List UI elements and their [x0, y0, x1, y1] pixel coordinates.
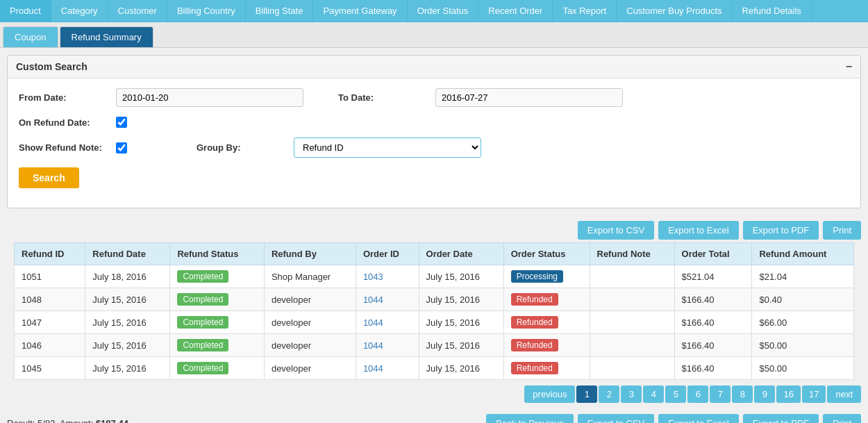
cell-refund-id: 1048	[15, 288, 85, 311]
group-by-select[interactable]: Refund ID Order ID Customer Date	[294, 138, 481, 158]
tab-order-status[interactable]: Order Status	[408, 0, 479, 22]
bottom-row: Result: 5/83, Amount: $187.44 Back to Pr…	[0, 408, 868, 423]
col-order-date: Order Date	[419, 243, 503, 265]
page-17-button[interactable]: 17	[802, 385, 826, 403]
cell-refund-date: July 15, 2016	[85, 288, 170, 311]
cell-order-status: Processing	[503, 265, 590, 288]
to-date-input[interactable]	[435, 88, 623, 107]
top-export-pdf-button[interactable]: Export to PDF	[743, 221, 819, 240]
from-date-input[interactable]	[116, 88, 303, 107]
top-export-csv-button[interactable]: Export to CSV	[578, 221, 654, 240]
col-refund-by: Refund By	[264, 243, 356, 265]
cell-order-date: July 15, 2016	[419, 265, 503, 288]
prev-page-button[interactable]: previous	[524, 385, 575, 403]
page-5-button[interactable]: 5	[665, 385, 686, 403]
search-button-row: Search	[19, 167, 849, 188]
page-1-button[interactable]: 1	[576, 385, 597, 403]
search-panel: Custom Search − From Date: To Date: On R…	[7, 55, 861, 208]
cell-refund-by: developer	[264, 311, 356, 334]
refund-table: Refund ID Refund Date Refund Status Refu…	[14, 242, 854, 380]
cell-order-status: Refunded	[503, 334, 590, 357]
cell-order-id: 1044	[356, 357, 419, 380]
cell-refund-status: Completed	[170, 265, 265, 288]
cell-refund-id: 1051	[15, 265, 85, 288]
top-export-excel-button[interactable]: Export to Excel	[658, 221, 738, 240]
cell-refund-status: Completed	[170, 288, 265, 311]
result-label: Result: 5/83, Amount:	[7, 418, 96, 423]
cell-refund-by: developer	[264, 288, 356, 311]
bottom-export-csv-button[interactable]: Export to CSV	[578, 414, 654, 423]
tab-recent-order[interactable]: Recent Order	[478, 0, 553, 22]
col-refund-date: Refund Date	[85, 243, 170, 265]
cell-order-total: $166.40	[674, 334, 752, 357]
order-id-link[interactable]: 1044	[363, 317, 383, 328]
from-date-label: From Date:	[19, 92, 102, 103]
col-order-total: Order Total	[674, 243, 752, 265]
to-date-label: To Date:	[338, 92, 422, 103]
bottom-buttons: Back to Previous Export to CSV Export to…	[486, 414, 861, 423]
pagination-row: previous 1 2 3 4 5 6 7 8 9 16 17 next	[0, 380, 868, 408]
tab-customer-buy-products[interactable]: Customer Buy Products	[617, 0, 732, 22]
page-7-button[interactable]: 7	[710, 385, 731, 403]
bottom-export-pdf-button[interactable]: Export to PDF	[743, 414, 819, 423]
cell-refund-amount: $0.40	[752, 288, 854, 311]
on-refund-date-checkbox[interactable]	[116, 117, 127, 128]
tab-customer[interactable]: Customer	[108, 0, 167, 22]
tab-payment-gateway[interactable]: Payment Gateway	[313, 0, 407, 22]
cell-order-date: July 15, 2016	[419, 334, 503, 357]
tab-category[interactable]: Category	[51, 0, 108, 22]
cell-refund-id: 1047	[15, 311, 85, 334]
cell-refund-id: 1046	[15, 334, 85, 357]
show-refund-note-label: Show Refund Note:	[19, 142, 102, 153]
tab-coupon[interactable]: Coupon	[3, 26, 58, 47]
search-button[interactable]: Search	[19, 167, 79, 188]
page-8-button[interactable]: 8	[732, 385, 753, 403]
cell-order-total: $166.40	[674, 357, 752, 380]
tab-refund-details[interactable]: Refund Details	[733, 0, 812, 22]
order-id-link[interactable]: 1044	[363, 363, 383, 374]
col-refund-status: Refund Status	[170, 243, 265, 265]
tab-product[interactable]: Product	[0, 0, 51, 22]
search-panel-title: Custom Search	[16, 61, 87, 72]
page-6-button[interactable]: 6	[687, 385, 708, 403]
cell-refund-by: developer	[264, 357, 356, 380]
tab-tax-report[interactable]: Tax Report	[553, 0, 617, 22]
group-by-label: Group By:	[197, 142, 280, 153]
page-9-button[interactable]: 9	[754, 385, 775, 403]
cell-refund-id: 1045	[15, 357, 85, 380]
collapse-button[interactable]: −	[846, 61, 852, 72]
cell-order-total: $521.04	[674, 265, 752, 288]
col-refund-amount: Refund Amount	[752, 243, 854, 265]
cell-refund-status: Completed	[170, 357, 265, 380]
page-16-button[interactable]: 16	[776, 385, 800, 403]
page-2-button[interactable]: 2	[599, 385, 619, 403]
top-print-button[interactable]: Print	[823, 221, 861, 240]
page-3-button[interactable]: 3	[621, 385, 642, 403]
order-id-link[interactable]: 1043	[363, 272, 383, 282]
back-to-previous-button[interactable]: Back to Previous	[486, 414, 574, 423]
search-panel-body: From Date: To Date: On Refund Date: Show…	[8, 78, 860, 208]
cell-order-status: Refunded	[503, 357, 590, 380]
cell-refund-date: July 18, 2016	[85, 265, 170, 288]
bottom-export-excel-button[interactable]: Export to Excel	[658, 414, 738, 423]
cell-order-date: July 15, 2016	[419, 311, 503, 334]
bottom-print-button[interactable]: Print	[823, 414, 861, 423]
show-refund-note-checkbox[interactable]	[116, 142, 127, 154]
cell-order-date: July 15, 2016	[419, 357, 503, 380]
cell-refund-status: Completed	[170, 311, 265, 334]
table-row: 1051 July 18, 2016 Completed Shop Manage…	[15, 265, 854, 288]
order-id-link[interactable]: 1044	[363, 295, 383, 305]
table-body: 1051 July 18, 2016 Completed Shop Manage…	[15, 265, 854, 380]
next-page-button[interactable]: next	[827, 385, 861, 403]
tab-refund-summary[interactable]: Refund Summary	[60, 26, 153, 47]
page-4-button[interactable]: 4	[643, 385, 664, 403]
cell-order-id: 1044	[356, 311, 419, 334]
order-id-link[interactable]: 1044	[363, 340, 383, 351]
show-refund-note-row: Show Refund Note: Group By: Refund ID Or…	[19, 138, 849, 158]
tab-billing-country[interactable]: Billing Country	[167, 0, 246, 22]
tab-billing-state[interactable]: Billing State	[246, 0, 314, 22]
col-order-status: Order Status	[503, 243, 590, 265]
table-row: 1046 July 15, 2016 Completed developer 1…	[15, 334, 854, 357]
cell-refund-date: July 15, 2016	[85, 357, 170, 380]
cell-refund-date: July 15, 2016	[85, 311, 170, 334]
